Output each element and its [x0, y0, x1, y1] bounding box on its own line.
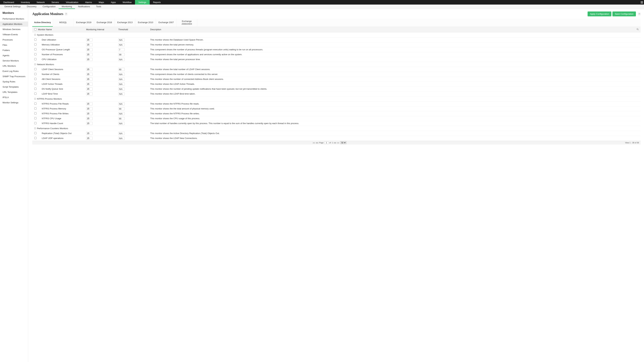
topnav-item-inventory[interactable]: Inventory: [18, 0, 33, 4]
col-header-description[interactable]: Description: [150, 28, 635, 31]
tab-exchange-2013[interactable]: Exchange 2013: [115, 19, 135, 27]
interval-input[interactable]: [86, 73, 92, 76]
sidebar-item-application-monitors[interactable]: Application Monitors: [0, 21, 28, 27]
interval-input[interactable]: [86, 53, 92, 56]
interval-input[interactable]: [86, 107, 92, 110]
row-checkbox[interactable]: [34, 38, 36, 41]
subnav-item-configuration[interactable]: Configuration: [40, 4, 58, 9]
topnav-item-servers[interactable]: Servers: [48, 0, 62, 4]
threshold-value[interactable]: N/A: [118, 73, 125, 76]
interval-input[interactable]: [86, 68, 92, 71]
help-icon[interactable]: ?: [65, 13, 68, 15]
sidebar-item-monitor-settings[interactable]: Monitor Settings: [0, 100, 28, 105]
row-checkbox[interactable]: [34, 88, 36, 90]
row-checkbox[interactable]: [34, 78, 36, 80]
row-checkbox[interactable]: [34, 122, 36, 124]
row-checkbox[interactable]: [34, 102, 36, 105]
interval-input[interactable]: [86, 117, 92, 120]
row-checkbox[interactable]: [34, 137, 36, 139]
sidebar-item-ipsla[interactable]: IPSLA: [0, 95, 28, 100]
interval-input[interactable]: [86, 132, 92, 135]
row-checkbox[interactable]: [34, 58, 36, 60]
col-header-interval[interactable]: Monitoring Interval: [86, 28, 118, 31]
threshold-value[interactable]: N/A: [118, 122, 125, 125]
interval-input[interactable]: [86, 87, 92, 90]
threshold-value[interactable]: N/A: [118, 38, 125, 41]
interval-input[interactable]: [86, 92, 92, 95]
col-header-threshold[interactable]: Threshold: [118, 28, 150, 31]
interval-input[interactable]: [86, 82, 92, 86]
interval-input[interactable]: [86, 112, 92, 115]
row-checkbox[interactable]: [34, 68, 36, 70]
sidebar-item-service-monitors[interactable]: Service Monitors: [0, 58, 28, 63]
row-checkbox[interactable]: [34, 92, 36, 95]
interval-input[interactable]: [86, 102, 92, 105]
row-checkbox[interactable]: [34, 112, 36, 114]
subnav-item-notifications[interactable]: Notifications: [75, 4, 93, 9]
threshold-value[interactable]: 90: [118, 107, 125, 110]
collapse-icon[interactable]: −: [34, 34, 36, 36]
tab-mssql[interactable]: MSSQL: [53, 19, 74, 27]
hamburger-icon[interactable]: [640, 0, 644, 4]
sidebar-item-snmp-trap-processors[interactable]: SNMP Trap Processors: [0, 74, 28, 79]
interval-input[interactable]: [86, 48, 92, 51]
collapse-icon[interactable]: −: [34, 63, 36, 65]
threshold-value[interactable]: 99: [118, 53, 125, 56]
collapse-icon[interactable]: −: [34, 98, 36, 100]
sidebar-item-agents[interactable]: Agents: [0, 53, 28, 58]
pager-first-icon[interactable]: |◀: [312, 142, 314, 144]
row-checkbox[interactable]: [34, 117, 36, 119]
sidebar-item-files[interactable]: Files: [0, 42, 28, 48]
topnav-item-apps[interactable]: Apps: [108, 0, 119, 4]
threshold-value[interactable]: N/A: [118, 78, 125, 81]
sidebar-item-folders[interactable]: Folders: [0, 48, 28, 53]
row-checkbox[interactable]: [34, 48, 36, 50]
collapse-icon[interactable]: −: [34, 127, 36, 129]
threshold-value[interactable]: N/A: [118, 132, 125, 135]
sidebar-item-url-templates[interactable]: URL Templates: [0, 89, 28, 95]
apply-configuration-button[interactable]: Apply Configuration: [588, 11, 612, 16]
sidebar-item-syslog-rules[interactable]: Syslog Rules: [0, 79, 28, 84]
pager-prev-icon[interactable]: ◀◀: [316, 142, 318, 144]
threshold-value[interactable]: N/A: [118, 92, 125, 95]
interval-input[interactable]: [86, 43, 92, 46]
threshold-value[interactable]: N/A: [118, 112, 125, 115]
tab-exchange-2016[interactable]: Exchange 2016: [94, 19, 115, 27]
threshold-value[interactable]: N/A: [118, 58, 125, 61]
row-checkbox[interactable]: [34, 132, 36, 134]
interval-input[interactable]: [86, 38, 92, 41]
topnav-item-dashboard[interactable]: Dashboard: [0, 0, 18, 4]
pager-last-icon[interactable]: ▶|: [338, 142, 340, 144]
tab-exchange-2019[interactable]: Exchange 2019: [74, 19, 94, 27]
topnav-item-settings[interactable]: Settings: [135, 0, 150, 4]
interval-input[interactable]: [86, 122, 92, 125]
threshold-value[interactable]: N/A: [118, 102, 125, 105]
row-checkbox[interactable]: [34, 43, 36, 45]
threshold-value[interactable]: N/A: [118, 87, 125, 90]
save-configuration-button[interactable]: Save Configuration: [612, 11, 636, 16]
sidebar-item-event-log-rules[interactable]: Event Log Rules: [0, 68, 28, 74]
select-all-checkbox[interactable]: [34, 28, 36, 30]
interval-input[interactable]: [86, 78, 92, 81]
help-icon-right[interactable]: ?: [638, 13, 640, 15]
interval-input[interactable]: [86, 58, 92, 61]
col-header-name[interactable]: Monitor Name: [38, 28, 86, 31]
row-checkbox[interactable]: [34, 107, 36, 110]
threshold-value[interactable]: 90: [118, 117, 125, 120]
tab-exchange-2007[interactable]: Exchange 2007: [156, 19, 176, 27]
sidebar-item-script-templates[interactable]: Script Templates: [0, 84, 28, 89]
search-icon[interactable]: [635, 28, 638, 31]
subnav-item-discovery[interactable]: Discovery: [24, 4, 40, 9]
topnav-item-reports[interactable]: Reports: [150, 0, 164, 4]
pager-page-input[interactable]: [324, 141, 328, 144]
topnav-item-virtualization[interactable]: Virtualization: [62, 0, 82, 4]
tab-active-directory[interactable]: Active Directory: [32, 19, 53, 27]
sidebar-item-vmware-events[interactable]: VMware Events: [0, 32, 28, 37]
topnav-item-workflow[interactable]: Workflow: [119, 0, 135, 4]
sidebar-item-performance-monitors[interactable]: Performance Monitors: [0, 16, 28, 21]
sidebar-item-url-monitors[interactable]: URL Monitors: [0, 63, 28, 68]
pager-next-icon[interactable]: ▶▶: [334, 142, 336, 144]
subnav-item-monitoring[interactable]: Monitoring: [58, 4, 75, 9]
tab-exchange-2010[interactable]: Exchange 2010: [135, 19, 156, 27]
topnav-item-maps[interactable]: Maps: [95, 0, 108, 4]
